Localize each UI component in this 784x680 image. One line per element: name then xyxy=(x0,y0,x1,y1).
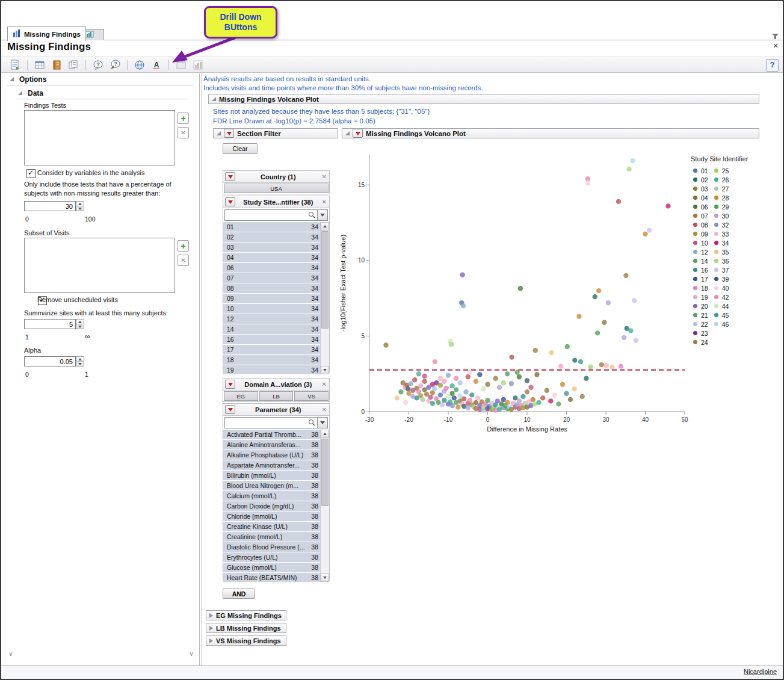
panel-scroll-chevron[interactable]: ∨ xyxy=(189,650,194,658)
section-filter-header[interactable]: Section Filter xyxy=(213,128,338,138)
add-subset-visits-button[interactable]: + xyxy=(177,240,189,252)
data-header[interactable]: Data xyxy=(28,89,43,97)
site-row[interactable]: 1234 xyxy=(223,314,320,324)
legend-item[interactable]: 20 xyxy=(693,301,708,311)
clear-findings-tests-button[interactable]: ✕ xyxy=(177,127,189,138)
site-search-input[interactable] xyxy=(225,210,317,220)
panel-divider[interactable] xyxy=(201,73,202,666)
data-disclosure-icon[interactable] xyxy=(18,91,22,95)
site-row[interactable]: 0234 xyxy=(223,232,320,243)
legend-item[interactable]: 01 xyxy=(693,166,708,175)
legend-item[interactable]: 14 xyxy=(693,256,708,265)
volcano-plot-header[interactable]: Missing Findings Volcano Plot xyxy=(342,128,759,138)
parameter-row[interactable]: Blood Urea Nitrogen (m...38 xyxy=(223,481,320,491)
copy-report-icon[interactable] xyxy=(67,58,80,72)
drill-down-chart-icon[interactable] xyxy=(191,58,205,72)
legend-item[interactable]: 23 xyxy=(693,329,708,338)
disclosure-open-icon[interactable] xyxy=(345,131,350,135)
parameter-list-scrollbar[interactable] xyxy=(320,430,329,582)
site-row[interactable]: 1834 xyxy=(223,355,320,365)
disclosure-closed-icon[interactable] xyxy=(209,638,213,643)
legend-item[interactable]: 18 xyxy=(693,283,708,292)
site-row[interactable]: 0334 xyxy=(223,243,320,253)
and-button[interactable]: AND xyxy=(223,589,255,599)
legend-item[interactable]: 27 xyxy=(714,184,729,193)
panel-scroll-chevron[interactable]: ∨ xyxy=(8,650,13,658)
journal-icon[interactable] xyxy=(50,58,63,72)
options-disclosure-icon[interactable] xyxy=(10,77,14,81)
report-icon[interactable] xyxy=(8,58,22,72)
country-value-button[interactable]: USA xyxy=(224,184,329,193)
legend-item[interactable]: 29 xyxy=(714,202,729,211)
legend-item[interactable]: 16 xyxy=(693,265,708,274)
legend-item[interactable]: 12 xyxy=(693,247,708,256)
consider-checkbox[interactable] xyxy=(26,169,35,178)
legend-item[interactable]: 45 xyxy=(714,311,729,320)
parameter-row[interactable]: Chloride (mmol/L)38 xyxy=(223,512,320,522)
legend-item[interactable]: 40 xyxy=(714,283,729,292)
subset-visits-listbox[interactable] xyxy=(24,238,175,293)
site-remove-icon[interactable]: ✕ xyxy=(321,199,327,205)
data-table-icon[interactable] xyxy=(33,58,46,72)
parameter-menu-button[interactable] xyxy=(225,405,235,414)
clear-button[interactable]: Clear xyxy=(223,143,258,154)
legend-item[interactable]: 30 xyxy=(714,211,729,220)
site-row[interactable]: 0934 xyxy=(223,294,320,304)
clear-subset-visits-button[interactable]: ✕ xyxy=(177,255,189,266)
scroll-down-icon[interactable] xyxy=(321,366,329,374)
parameter-row[interactable]: Alanine Aminotransferas...38 xyxy=(223,440,320,450)
site-row[interactable]: 1434 xyxy=(223,324,320,335)
volcano-svg[interactable]: -30-20-1001020304050051015Difference in … xyxy=(336,150,704,443)
pct-stepper[interactable] xyxy=(76,201,84,211)
eg-missing-findings-header[interactable]: EG Missing Findings xyxy=(206,610,286,620)
legend-item[interactable]: 35 xyxy=(714,247,729,256)
parameter-row[interactable]: Heart Rate (BEATS/MIN)38 xyxy=(223,573,320,582)
help-button[interactable]: ? xyxy=(766,59,779,72)
disclosure-open-icon[interactable] xyxy=(217,131,221,135)
legend-item[interactable]: 36 xyxy=(714,256,729,265)
site-row[interactable]: 0134 xyxy=(223,222,320,232)
legend-item[interactable]: 02 xyxy=(693,175,708,184)
findings-tests-listbox[interactable] xyxy=(24,110,175,165)
scroll-up-icon[interactable] xyxy=(321,222,329,230)
legend-item[interactable]: 24 xyxy=(693,338,708,347)
country-menu-button[interactable] xyxy=(225,172,235,181)
parameter-row[interactable]: Erythrocytes (U/L)38 xyxy=(223,552,320,563)
legend-item[interactable]: 03 xyxy=(693,184,708,193)
legend-item[interactable]: 19 xyxy=(693,292,708,301)
parameter-row[interactable]: Aspartate Aminotransfer...38 xyxy=(223,460,320,471)
legend-item[interactable]: 28 xyxy=(714,193,729,202)
legend-item[interactable]: 33 xyxy=(714,229,729,238)
legend-item[interactable]: 39 xyxy=(714,274,729,283)
scroll-thumb[interactable] xyxy=(321,439,329,506)
dataset-link[interactable]: Nicardipine xyxy=(744,668,777,675)
alpha-stepper[interactable] xyxy=(76,356,84,366)
disclosure-open-icon[interactable] xyxy=(212,97,216,101)
lb-missing-findings-header[interactable]: LB Missing Findings xyxy=(206,623,286,633)
scroll-down-icon[interactable] xyxy=(321,573,329,582)
parameter-search-input[interactable] xyxy=(225,418,317,428)
parameter-row[interactable]: Activated Partial Thromb...38 xyxy=(223,430,320,440)
section-filter-menu-button[interactable] xyxy=(224,129,234,138)
domain-value-button[interactable]: VS xyxy=(294,391,329,401)
volcano-outline-header[interactable]: Missing Findings Volcano Plot xyxy=(208,94,759,104)
options-header[interactable]: Options xyxy=(19,75,46,84)
disclosure-closed-icon[interactable] xyxy=(209,626,213,631)
legend-item[interactable]: 22 xyxy=(693,320,708,329)
parameter-remove-icon[interactable]: ✕ xyxy=(321,406,327,413)
domain-menu-button[interactable] xyxy=(225,380,235,389)
site-row[interactable]: 0734 xyxy=(223,273,320,283)
close-icon[interactable]: × xyxy=(773,41,778,51)
vs-missing-findings-header[interactable]: VS Missing Findings xyxy=(206,635,286,646)
country-remove-icon[interactable]: ✕ xyxy=(321,173,327,180)
domain-value-button[interactable]: LB xyxy=(259,391,294,401)
legend-item[interactable]: 09 xyxy=(693,229,708,238)
legend-item[interactable]: 08 xyxy=(693,220,708,229)
question-pointer-icon[interactable]: ? xyxy=(108,58,122,72)
site-row[interactable]: 1034 xyxy=(223,304,320,314)
parameter-row[interactable]: Carbon Dioxide (mg/dL)38 xyxy=(223,501,320,512)
legend-item[interactable]: 42 xyxy=(714,292,729,301)
parameter-row[interactable]: Glucose (mmol/L)38 xyxy=(223,563,320,573)
add-findings-tests-button[interactable]: + xyxy=(177,113,189,124)
legend-item[interactable]: 46 xyxy=(714,320,729,329)
